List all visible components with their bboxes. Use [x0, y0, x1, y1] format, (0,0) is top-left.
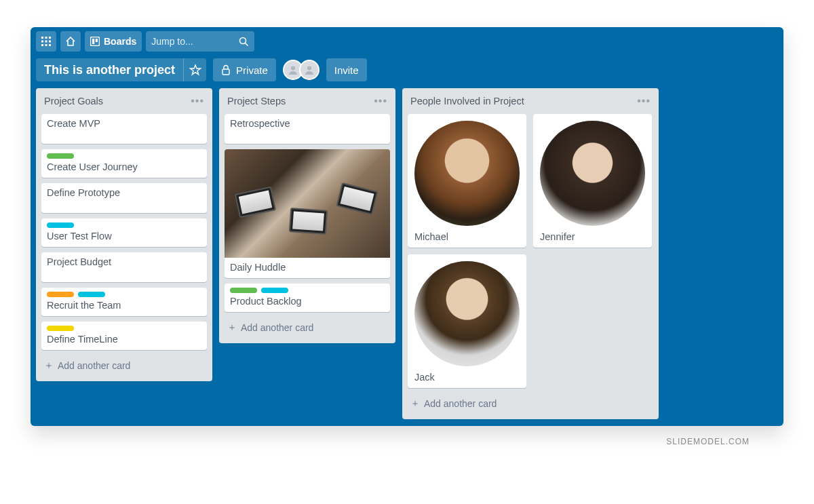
svg-rect-5	[49, 41, 51, 43]
label-orange	[47, 292, 74, 297]
card-title: Recruit the Team	[47, 300, 121, 311]
star-button[interactable]	[183, 58, 206, 81]
list-title[interactable]: Project Goals	[44, 96, 103, 106]
card-title: Define Prototype	[47, 187, 120, 198]
list-header: Project Goals •••	[41, 94, 207, 109]
svg-rect-14	[222, 69, 229, 75]
svg-point-16	[307, 66, 311, 71]
list-header: Project Steps •••	[225, 94, 390, 109]
svg-rect-8	[49, 44, 51, 46]
card-title: Product Backlog	[230, 296, 302, 307]
card[interactable]: Retrospective	[225, 114, 390, 144]
card[interactable]: Create MVP	[41, 114, 207, 144]
list-menu-button[interactable]: •••	[191, 95, 204, 107]
member-avatars[interactable]	[283, 60, 319, 80]
add-card-label: Add another card	[424, 398, 497, 409]
apps-button[interactable]	[36, 31, 56, 52]
card-title: Project Budget	[47, 256, 111, 267]
svg-rect-7	[45, 44, 47, 46]
home-icon	[65, 36, 76, 47]
topbar: Boards Jump to...	[31, 27, 783, 56]
person-icon	[288, 64, 298, 75]
label-green	[230, 288, 257, 293]
list-title[interactable]: Project Steps	[227, 96, 286, 106]
label-blue	[78, 292, 105, 297]
label-yellow	[47, 326, 74, 331]
card[interactable]: Define Prototype	[41, 183, 207, 213]
person-card[interactable]: Jack	[408, 254, 526, 388]
list-menu-button[interactable]: •••	[637, 95, 651, 107]
svg-rect-2	[49, 37, 51, 39]
svg-point-15	[291, 66, 295, 71]
label-blue	[47, 222, 74, 228]
card-title: Create MVP	[47, 118, 100, 129]
app-window: Boards Jump to... This is another projec…	[31, 27, 783, 426]
visibility-button[interactable]: Private	[213, 58, 276, 81]
svg-rect-1	[45, 37, 47, 39]
svg-rect-3	[41, 41, 43, 43]
svg-rect-0	[41, 37, 43, 39]
person-photo	[414, 121, 520, 226]
svg-rect-9	[91, 37, 100, 46]
add-card-label: Add another card	[241, 322, 313, 333]
avatar[interactable]	[299, 60, 319, 80]
svg-line-13	[246, 43, 248, 45]
card[interactable]: Create User Journey	[41, 149, 207, 178]
svg-rect-10	[92, 39, 94, 44]
card-title: Retrospective	[230, 118, 290, 129]
board-header: This is another project Private Invite	[31, 56, 783, 88]
card[interactable]: Project Budget	[41, 252, 207, 282]
people-grid: Michael Jennifer Jack	[408, 114, 653, 388]
plus-icon: ＋	[410, 398, 420, 410]
card-title: Daily Huddle	[230, 262, 286, 273]
lock-icon	[221, 64, 231, 75]
search-input[interactable]: Jump to...	[146, 31, 254, 52]
card-title: Define TimeLine	[47, 334, 118, 345]
person-card[interactable]: Michael	[408, 114, 526, 248]
person-name: Jennifer	[540, 231, 645, 242]
list-menu-button[interactable]: •••	[374, 95, 387, 107]
card[interactable]: Define TimeLine	[41, 322, 207, 350]
plus-icon: ＋	[227, 322, 237, 334]
person-name: Michael	[414, 231, 520, 242]
star-icon	[189, 64, 201, 76]
add-card-label: Add another card	[58, 360, 130, 371]
list-title[interactable]: People Involved in Project	[410, 96, 524, 106]
boards-icon	[90, 37, 100, 46]
svg-rect-4	[45, 41, 47, 43]
card-cover-image	[225, 149, 390, 258]
svg-rect-11	[96, 39, 98, 42]
svg-rect-6	[41, 44, 43, 46]
svg-point-12	[240, 37, 246, 43]
card[interactable]: Recruit the Team	[41, 288, 207, 316]
card[interactable]: Product Backlog	[225, 284, 390, 312]
footer-credit: SLIDEMODEL.COM	[31, 426, 783, 446]
person-name: Jack	[414, 372, 520, 383]
invite-button[interactable]: Invite	[326, 58, 367, 81]
add-card-button[interactable]: ＋Add another card	[225, 317, 390, 338]
person-photo	[414, 261, 520, 366]
boards-button[interactable]: Boards	[85, 31, 142, 52]
label-blue	[261, 288, 288, 293]
lists-container: Project Goals ••• Create MVP Create User…	[31, 88, 783, 419]
board-title-wrap: This is another project	[36, 58, 206, 81]
list-people-involved: People Involved in Project ••• Michael J…	[402, 88, 659, 419]
person-photo	[540, 121, 645, 226]
visibility-label: Private	[236, 64, 268, 76]
search-icon	[239, 37, 249, 47]
grid-icon	[41, 37, 51, 46]
add-card-button[interactable]: ＋Add another card	[41, 355, 207, 376]
label-green	[47, 153, 74, 159]
boards-label: Boards	[104, 36, 136, 47]
person-card[interactable]: Jennifer	[533, 114, 652, 248]
home-button[interactable]	[60, 31, 81, 52]
search-placeholder: Jump to...	[151, 36, 193, 47]
add-card-button[interactable]: ＋Add another card	[408, 393, 653, 414]
card[interactable]: Daily Huddle	[225, 149, 390, 278]
card[interactable]: User Test Flow	[41, 218, 207, 247]
board-title[interactable]: This is another project	[36, 63, 183, 77]
list-project-steps: Project Steps ••• Retrospective Daily Hu…	[219, 88, 395, 343]
card-title: User Test Flow	[47, 231, 112, 241]
list-project-goals: Project Goals ••• Create MVP Create User…	[36, 88, 212, 381]
list-header: People Involved in Project •••	[408, 94, 653, 109]
